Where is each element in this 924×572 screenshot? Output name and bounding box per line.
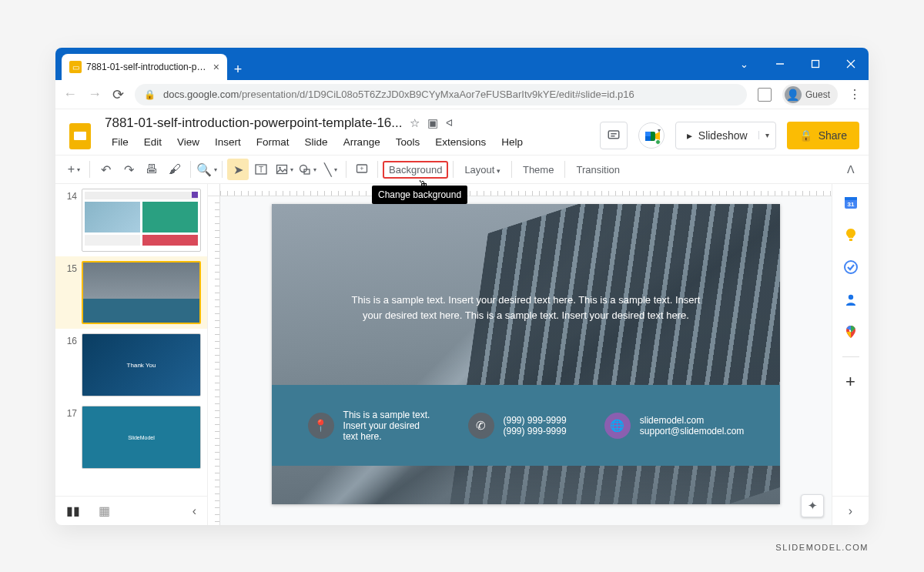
separator [89,161,90,178]
contact-phone[interactable]: ✆ (999) 999-9999(999) 999-9999 [468,413,567,439]
profile-chip[interactable]: 👤 Guest [782,84,838,105]
horizontal-ruler[interactable] [220,184,832,196]
avatar-icon: 👤 [785,86,802,103]
chrome-menu-button[interactable]: ⋮ [849,87,861,102]
contact-band: 📍 This is a sample text.Insert your desi… [272,385,780,466]
address-bar[interactable]: 🔒 docs.google.com/presentation/d/1D9CiL0… [135,84,747,105]
share-button[interactable]: 🔒 Share [787,122,859,149]
svg-point-24 [845,261,857,273]
addons-button[interactable]: + [843,374,859,390]
menu-extensions[interactable]: Extensions [428,134,493,150]
close-window-button[interactable] [833,48,869,80]
menu-edit[interactable]: Edit [137,134,169,150]
browser-tab[interactable]: ▭ 7881-01-self-introduction-power × [62,54,227,80]
explore-button[interactable]: ✦ [801,494,824,517]
menu-file[interactable]: File [105,134,136,150]
paint-format-button[interactable]: 🖌 [164,159,186,180]
extension-icon[interactable] [758,88,772,102]
layout-button[interactable]: Layout [458,161,507,179]
forward-button[interactable]: → [88,86,102,102]
textbox-tool[interactable]: T [250,159,272,180]
minimize-button[interactable] [762,48,798,80]
collapse-filmstrip-icon[interactable]: ‹ [192,504,196,518]
line-tool[interactable]: ╲ [320,159,341,180]
grid-view-icon[interactable]: ▦ [99,503,110,518]
comments-button[interactable] [600,122,628,149]
url-bar: ← → ⟳ 🔒 docs.google.com/presentation/d/1… [55,80,869,109]
hide-side-panel-icon[interactable]: › [832,496,869,525]
content-area: 14 15 16 Thank You 17 SlideModel [55,184,869,525]
redo-button[interactable]: ↷ [118,159,139,180]
theme-button[interactable]: Theme [517,161,560,179]
svg-rect-6 [608,131,619,139]
tab-close-icon[interactable]: × [213,61,219,73]
menu-tools[interactable]: Tools [389,134,427,150]
svg-point-15 [279,167,281,169]
svg-text:+: + [360,165,363,172]
side-panel: 31 + › [832,184,869,525]
meet-button[interactable]: ▾ [638,122,665,149]
slide-thumb-17[interactable]: 17 SlideModel [55,401,207,473]
svg-rect-23 [849,239,852,241]
mouse-cursor-icon: 🖱 [417,179,430,192]
comment-tool[interactable]: + [351,159,373,180]
slide-thumb-16[interactable]: 16 Thank You [55,329,207,401]
slideshow-button[interactable]: ▸ Slideshow ▾ [675,122,776,149]
filmstrip-footer: ▮▮ ▦ ‹ [55,496,207,525]
menu-format[interactable]: Format [249,134,296,150]
maximize-button[interactable] [798,48,833,80]
menu-help[interactable]: Help [494,134,530,150]
slide-canvas: This is a sample text. Insert your desir… [208,184,832,525]
new-tab-button[interactable]: + [227,59,249,80]
phone-icon: ✆ [468,413,494,439]
separator [222,161,223,178]
contact-web[interactable]: 🌐 slidemodel.comsupport@slidemodel.com [604,413,745,439]
slides-logo[interactable] [65,120,95,151]
move-icon[interactable]: ▣ [427,116,438,130]
filmstrip: 14 15 16 Thank You 17 SlideModel [55,184,208,525]
keep-icon[interactable] [843,227,859,243]
back-button[interactable]: ← [63,86,77,102]
undo-button[interactable]: ↶ [95,159,116,180]
header-actions: ▾ ▸ Slideshow ▾ 🔒 Share [600,122,859,149]
menu-arrange[interactable]: Arrange [336,134,387,150]
new-slide-button[interactable]: + [63,159,85,180]
separator [564,161,565,178]
transition-button[interactable]: Transition [570,161,626,179]
tasks-icon[interactable] [843,259,859,275]
filmstrip-view-icon[interactable]: ▮▮ [66,503,80,518]
document-title[interactable]: 7881-01-self-introduction-powerpoint-tem… [105,115,402,131]
slide-thumb-14[interactable]: 14 [55,184,207,256]
star-icon[interactable]: ☆ [410,116,420,130]
maps-icon[interactable] [843,324,859,340]
vertical-ruler[interactable] [208,196,220,525]
separator [377,161,378,178]
menu-slide[interactable]: Slide [298,134,335,150]
separator [190,161,191,178]
menu-insert[interactable]: Insert [208,134,248,150]
slide[interactable]: This is a sample text. Insert your desir… [272,204,780,504]
hide-menus-button[interactable]: ᐱ [841,160,861,179]
tabs-dropdown-icon[interactable]: ⌄ [726,59,762,70]
svg-rect-21 [845,197,857,200]
contact-address[interactable]: 📍 This is a sample text.Insert your desi… [308,410,430,442]
tab-strip: ▭ 7881-01-self-introduction-power × + [55,48,249,80]
activity-icon[interactable]: ᐊ [446,118,453,129]
tab-title: 7881-01-self-introduction-power [86,62,209,72]
slide-body-text[interactable]: This is a sample text. Insert your desir… [341,293,711,323]
menu-view[interactable]: View [170,134,206,150]
shape-tool[interactable] [296,159,318,180]
zoom-button[interactable]: 🔍 [196,159,217,180]
background-button[interactable]: Background Change background [383,161,448,179]
url-host: docs.google.com/presentation/d/1D9CiL08o… [163,89,634,100]
svg-text:T: T [259,166,263,174]
slideshow-dropdown[interactable]: ▾ [758,131,775,139]
image-tool[interactable] [273,159,295,180]
map-pin-icon: 📍 [308,413,334,439]
calendar-icon[interactable]: 31 [843,195,859,210]
reload-button[interactable]: ⟳ [112,86,124,103]
contacts-icon[interactable] [843,292,859,307]
slide-thumb-15[interactable]: 15 [55,256,207,329]
print-button[interactable]: 🖶 [141,159,162,180]
select-tool[interactable]: ➤ [227,159,249,180]
